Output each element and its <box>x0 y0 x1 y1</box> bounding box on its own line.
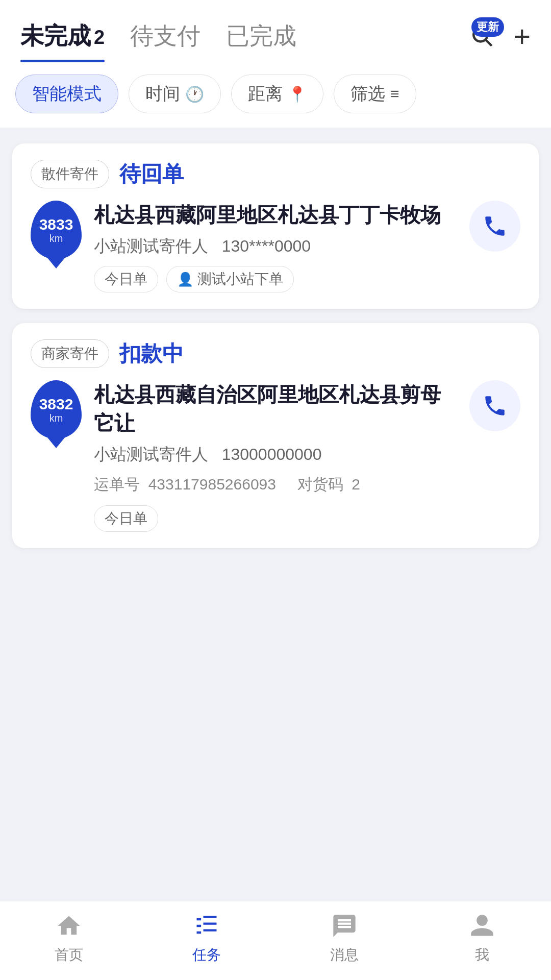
order-info-2: 札达县西藏自治区阿里地区札达县剪母它让 小站测试寄件人 13000000000 … <box>94 380 457 532</box>
search-button[interactable]: 更新 <box>469 23 495 49</box>
filter-more-label: 筛选 <box>350 82 385 106</box>
order-status-2: 扣款中 <box>119 339 184 368</box>
order-card-1: 散件寄件 待回单 3833 km 札达县西藏阿里地区札达县丁丁卡牧场 小站测试寄… <box>12 143 539 309</box>
tag-today-2: 今日单 <box>94 505 158 532</box>
distance-pin-2: 3832 km <box>31 380 82 439</box>
filter-distance-label: 距离 <box>248 82 283 106</box>
tag-today-label-2: 今日单 <box>105 509 147 528</box>
header: 未完成2 待支付 已完成 更新 + <box>0 0 551 62</box>
order-meta-2: 运单号 433117985266093 对货码 2 <box>94 474 457 495</box>
task-icon <box>192 912 221 940</box>
tag-station-1: 👤 测试小站下单 <box>166 266 294 292</box>
order-status-1: 待回单 <box>119 160 184 188</box>
pin-shape-2: 3832 km <box>31 380 82 439</box>
contact-phone-2: 13000000000 <box>222 445 322 463</box>
nav-home[interactable]: 首页 <box>0 912 138 965</box>
card-body-2: 3832 km 札达县西藏自治区阿里地区札达县剪母它让 小站测试寄件人 1300… <box>31 380 520 532</box>
filter-smart-mode[interactable]: 智能模式 <box>15 75 118 113</box>
card-body-1: 3833 km 札达县西藏阿里地区札达县丁丁卡牧场 小站测试寄件人 130***… <box>31 201 520 292</box>
tab-incomplete[interactable]: 未完成2 <box>20 20 105 62</box>
card-header-2: 商家寄件 扣款中 <box>31 339 520 368</box>
order-info-1: 札达县西藏阿里地区札达县丁丁卡牧场 小站测试寄件人 130****0000 今日… <box>94 201 457 292</box>
phone-icon-2 <box>482 393 508 419</box>
svg-line-1 <box>486 40 491 45</box>
filter-more[interactable]: 筛选 ≡ <box>334 75 416 113</box>
card-header-1: 散件寄件 待回单 <box>31 160 520 188</box>
nav-message-label: 消息 <box>330 945 359 965</box>
nav-profile[interactable]: 我 <box>413 912 551 965</box>
order-type-badge-2: 商家寄件 <box>31 339 109 368</box>
order-address-2: 札达县西藏自治区阿里地区札达县剪母它让 <box>94 380 457 437</box>
tracking-label-2: 运单号 <box>94 476 140 493</box>
order-address-1: 札达县西藏阿里地区札达县丁丁卡牧场 <box>94 201 457 229</box>
update-badge: 更新 <box>471 17 504 37</box>
order-list: 散件寄件 待回单 3833 km 札达县西藏阿里地区札达县丁丁卡牧场 小站测试寄… <box>0 128 551 564</box>
header-actions: 更新 + <box>469 21 531 61</box>
contact-name-1: 小站测试寄件人 <box>94 237 208 255</box>
tag-station-label-1: 测试小站下单 <box>197 270 283 289</box>
time-icon: 🕐 <box>185 85 204 103</box>
filter-time[interactable]: 时间 🕐 <box>129 75 221 113</box>
filter-distance[interactable]: 距离 📍 <box>231 75 323 113</box>
phone-icon-1 <box>482 213 508 239</box>
add-button[interactable]: + <box>513 21 531 51</box>
header-tabs: 未完成2 待支付 已完成 <box>20 20 469 62</box>
nav-profile-label: 我 <box>475 945 489 965</box>
distance-pin-1: 3833 km <box>31 201 82 259</box>
pin-distance-num-1: 3833 <box>39 216 73 233</box>
bottom-nav: 首页 任务 消息 我 <box>0 901 551 980</box>
pin-distance-unit-2: km <box>49 412 63 424</box>
order-card-2: 商家寄件 扣款中 3832 km 札达县西藏自治区阿里地区札达县剪母它让 小站测… <box>12 323 539 548</box>
message-icon <box>330 912 359 940</box>
filter-bar: 智能模式 时间 🕐 距离 📍 筛选 ≡ <box>0 62 551 128</box>
nav-task-label: 任务 <box>192 945 221 965</box>
tracking-number-2: 433117985266093 <box>148 476 276 493</box>
tag-today-label-1: 今日单 <box>105 270 147 289</box>
cargo-code-2: 2 <box>352 476 360 493</box>
filter-smart-label: 智能模式 <box>32 82 102 106</box>
contact-phone-1: 130****0000 <box>222 237 311 255</box>
order-tags-2: 今日单 <box>94 505 457 532</box>
order-contact-2: 小站测试寄件人 13000000000 <box>94 444 457 466</box>
location-icon: 📍 <box>288 85 307 103</box>
call-button-2[interactable] <box>469 380 520 431</box>
tab-pending-payment[interactable]: 待支付 <box>130 20 201 62</box>
nav-message[interactable]: 消息 <box>276 912 413 965</box>
order-contact-1: 小站测试寄件人 130****0000 <box>94 235 457 258</box>
pin-distance-num-2: 3832 <box>39 396 73 412</box>
profile-icon <box>468 912 496 940</box>
tag-today-1: 今日单 <box>94 266 158 292</box>
home-icon <box>55 912 83 940</box>
order-type-badge-1: 散件寄件 <box>31 160 109 188</box>
filter-time-label: 时间 <box>145 82 180 106</box>
tag-user-icon-1: 👤 <box>177 272 193 287</box>
call-button-1[interactable] <box>469 201 520 252</box>
contact-name-2: 小站测试寄件人 <box>94 445 208 463</box>
cargo-label-2: 对货码 <box>297 476 343 493</box>
pin-distance-unit-1: km <box>49 233 63 244</box>
nav-home-label: 首页 <box>55 945 83 965</box>
filter-icon: ≡ <box>390 85 399 103</box>
tab-completed[interactable]: 已完成 <box>226 20 296 62</box>
order-tags-1: 今日单 👤 测试小站下单 <box>94 266 457 292</box>
nav-task[interactable]: 任务 <box>138 912 276 965</box>
pin-shape-1: 3833 km <box>31 201 82 259</box>
